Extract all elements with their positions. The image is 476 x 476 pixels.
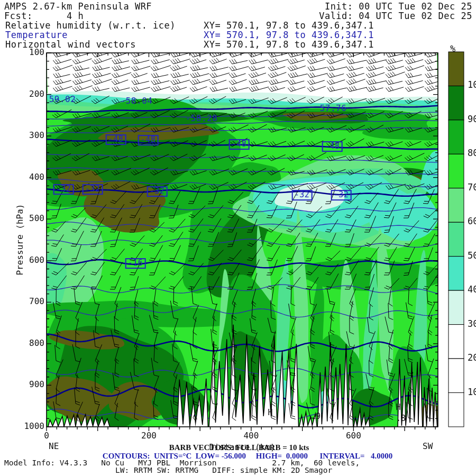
contour-label: -32 [147, 186, 168, 197]
colorbar-tick-label: 40 [468, 285, 476, 295]
colorbar-tick-label: 30 [468, 319, 476, 329]
y-tick-label: 700 [22, 297, 44, 306]
annotation-label: -58.04 [121, 97, 153, 106]
y-tick-label: 800 [22, 339, 44, 348]
colorbar-tick-label: 10 [468, 388, 476, 397]
y-tick-label: 100 [22, 48, 44, 57]
y-tick-label: 200 [22, 90, 44, 99]
annotation-label: 57.76 [320, 104, 347, 113]
surface-label: H [396, 404, 400, 412]
x-tick-label: 400 [243, 432, 259, 441]
contour-label: -48 [229, 139, 250, 150]
surface-label: .9 [311, 413, 321, 421]
amps-cross-section-page: { "header": { "line1_left": "AMPS 2.67-k… [0, 0, 476, 476]
x-tick-label: 600 [346, 432, 361, 441]
annotation-label: -58.28 [186, 114, 218, 123]
colorbar-tick-label: 100 [468, 80, 476, 90]
contour-label: -48 [322, 141, 343, 152]
contour-label: -32 [331, 190, 352, 200]
contour-label: -48 [138, 135, 159, 145]
x-end-label-ne: NE [49, 442, 59, 451]
barb-vectors-note: BARB VECTORS: FULL BARB = 10 kts [169, 444, 309, 452]
y-tick-label: 1000 [22, 422, 44, 431]
surface-label: H [268, 409, 272, 417]
colorbar-tick-label: 90 [468, 115, 476, 124]
model-info-line2: LW: RRTM SW: RRTMG DIFF: simple KM: 2D S… [115, 466, 332, 474]
colorbar-tick-label: 80 [468, 149, 476, 158]
y-tick-label: 500 [22, 214, 44, 223]
contour-label: -16 [125, 258, 146, 269]
contour-label: -32 [83, 184, 103, 195]
contour-label: -32 [292, 190, 313, 200]
section-coords-wind: XY= 570.1, 97.8 to 439.6,347.1 [204, 40, 374, 50]
y-tick-label: 400 [22, 173, 44, 182]
surface-label: .8 [396, 415, 406, 423]
x-tick-label: 0 [44, 432, 49, 441]
y-tick-label: 300 [22, 131, 44, 140]
colorbar-tick-label: 20 [468, 353, 476, 363]
colorbar-tick-label: 70 [468, 183, 476, 193]
x-tick-label: 200 [141, 432, 157, 441]
contour-label: -32 [53, 184, 74, 195]
colorbar-tick-label: 50 [468, 251, 476, 261]
annotation-label: 59.02 [49, 95, 76, 104]
x-end-label-sw: SW [423, 442, 433, 451]
y-tick-label: 900 [22, 380, 44, 389]
colorbar-tick-label: 60 [468, 217, 476, 226]
contour-label: -48 [106, 134, 126, 145]
colorbar-units-label: % [450, 44, 455, 54]
y-tick-label: 600 [22, 256, 44, 265]
cross-section-plot [0, 0, 476, 476]
